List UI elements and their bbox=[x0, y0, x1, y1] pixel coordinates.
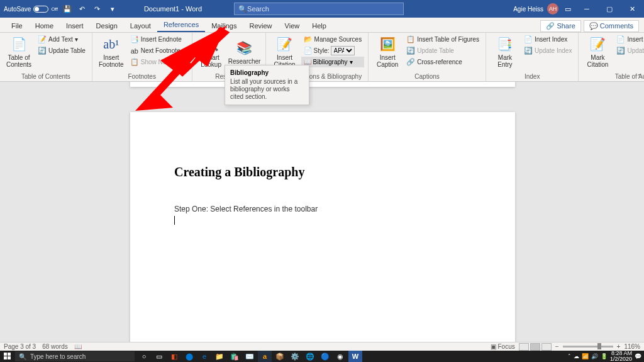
group-authorities: 📝 Mark Citation 📄Insert Table of Authori… bbox=[579, 33, 644, 81]
web-layout-button[interactable] bbox=[541, 343, 552, 351]
word-taskbar-icon[interactable]: W bbox=[348, 351, 362, 362]
chrome-icon[interactable]: 🌐 bbox=[303, 351, 317, 362]
add-text-button[interactable]: 📝Add Text ▾ bbox=[35, 34, 88, 45]
update-table-button[interactable]: 🔄Update Table bbox=[35, 45, 88, 56]
undo-icon[interactable]: ↶ bbox=[77, 3, 88, 14]
task-view-icon[interactable]: ▭ bbox=[152, 351, 166, 362]
style-dropdown[interactable]: APA bbox=[331, 46, 355, 55]
tray-clock[interactable]: 8:28 AM 1/2/2020 bbox=[610, 351, 632, 362]
autosave-toggle[interactable]: AutoSave Off bbox=[4, 6, 58, 13]
update-toa-button[interactable]: 🔄Update Table bbox=[614, 45, 644, 56]
footnote-icon: ab¹ bbox=[103, 35, 120, 53]
redo-icon[interactable]: ↷ bbox=[92, 3, 103, 14]
cross-reference-button[interactable]: 🔗Cross-reference bbox=[404, 57, 482, 67]
document-area[interactable]: Creating a Bibliography Step One: Select… bbox=[0, 82, 644, 342]
user-avatar[interactable]: AH bbox=[547, 3, 558, 14]
next-footnote-button[interactable]: abNext Footnote ▾ bbox=[128, 45, 188, 56]
close-button[interactable]: ✕ bbox=[623, 0, 641, 18]
cortana-icon[interactable]: ○ bbox=[137, 351, 151, 362]
word-count[interactable]: 68 words bbox=[42, 343, 68, 350]
focus-mode[interactable]: ▣ Focus bbox=[491, 343, 515, 350]
lookup-icon: 🔍 bbox=[203, 35, 220, 53]
edge-icon[interactable]: e bbox=[197, 351, 211, 362]
search-box[interactable]: 🔍 bbox=[234, 3, 404, 15]
app-icon-3[interactable]: 🔵 bbox=[318, 351, 332, 362]
search-input[interactable] bbox=[247, 5, 399, 13]
settings-icon[interactable]: ⚙️ bbox=[288, 351, 302, 362]
save-icon[interactable]: 💾 bbox=[62, 3, 73, 14]
tray-expand-icon[interactable]: ˄ bbox=[568, 353, 571, 359]
start-button[interactable] bbox=[0, 351, 15, 362]
taskbar-search[interactable]: 🔍 Type here to search bbox=[15, 351, 135, 361]
bibliography-tooltip: Bibliography List all your sources in a … bbox=[225, 65, 309, 105]
app-icon-2[interactable]: ⬤ bbox=[182, 351, 196, 362]
insert-caption-button[interactable]: 🖼️ Insert Caption bbox=[372, 34, 402, 69]
update-table-cap-button[interactable]: 🔄Update Table bbox=[404, 45, 482, 56]
researcher-icon: 📚 bbox=[236, 39, 253, 57]
mark-citation-button[interactable]: 📝 Mark Citation bbox=[582, 34, 613, 69]
volume-icon[interactable]: 🔊 bbox=[591, 353, 598, 359]
ribbon-collapse-button[interactable]: ⌃ bbox=[636, 73, 641, 80]
username-label[interactable]: Agie Heiss bbox=[513, 6, 543, 13]
tab-design[interactable]: Design bbox=[90, 20, 124, 32]
tab-layout[interactable]: Layout bbox=[124, 20, 157, 32]
insert-footnote-button[interactable]: ab¹ Insert Footnote bbox=[96, 34, 126, 69]
toggle-switch[interactable] bbox=[33, 6, 48, 13]
tab-references[interactable]: References bbox=[157, 18, 205, 32]
tab-insert[interactable]: Insert bbox=[60, 20, 90, 32]
insert-tof-button[interactable]: 📋Insert Table of Figures bbox=[404, 34, 482, 45]
app-icon-1[interactable]: ◧ bbox=[167, 351, 181, 362]
text-cursor bbox=[174, 216, 175, 225]
smart-lookup-button[interactable]: 🔍 Smart Lookup bbox=[196, 34, 226, 69]
maximize-button[interactable]: ▢ bbox=[600, 0, 619, 18]
notifications-icon[interactable]: 💬 bbox=[635, 353, 641, 359]
share-button[interactable]: 🔗 Share bbox=[540, 20, 580, 32]
wifi-icon[interactable]: 📶 bbox=[582, 353, 589, 359]
researcher-button[interactable]: 📚 Researcher bbox=[228, 34, 262, 69]
mark-entry-button[interactable]: 📑 Mark Entry bbox=[490, 34, 520, 69]
show-notes-button[interactable]: 📋Show Notes bbox=[128, 57, 188, 67]
print-layout-button[interactable] bbox=[530, 343, 540, 351]
app-icon-4[interactable]: ◉ bbox=[333, 351, 347, 362]
mail-icon[interactable]: ✉️ bbox=[243, 351, 257, 362]
ribbon-display-icon[interactable]: ▭ bbox=[562, 3, 574, 14]
insert-index-button[interactable]: 📄Insert Index bbox=[521, 34, 575, 45]
qat-dropdown-icon[interactable]: ▾ bbox=[107, 3, 118, 14]
insindex-icon: 📄 bbox=[524, 35, 533, 44]
update-index-button[interactable]: 🔄Update Index bbox=[521, 45, 575, 56]
style-selector[interactable]: 📄Style: APA bbox=[301, 45, 365, 56]
insert-citation-button[interactable]: 📝 Insert Citation bbox=[270, 34, 300, 69]
read-mode-button[interactable] bbox=[519, 343, 529, 351]
tab-view[interactable]: View bbox=[279, 20, 306, 32]
zoom-slider[interactable] bbox=[563, 346, 613, 348]
onedrive-icon[interactable]: ☁ bbox=[574, 353, 579, 359]
tab-review[interactable]: Review bbox=[243, 20, 279, 32]
amazon-icon[interactable]: a bbox=[258, 351, 272, 362]
battery-icon[interactable]: 🔋 bbox=[601, 353, 608, 359]
dropbox-icon[interactable]: 📦 bbox=[273, 351, 287, 362]
tab-mailings[interactable]: Mailings bbox=[205, 20, 243, 32]
comments-button[interactable]: 💬 Comments bbox=[584, 20, 639, 32]
toa-icon: 📄 bbox=[616, 35, 625, 44]
toc-icon: 📄 bbox=[10, 35, 28, 53]
bibliography-button[interactable]: 📖Bibliography ▾ bbox=[301, 57, 365, 67]
group-toc: 📄 Table of Contents 📝Add Text ▾ 🔄Update … bbox=[0, 33, 92, 81]
insert-toa-button[interactable]: 📄Insert Table of Authorities bbox=[614, 34, 644, 45]
minimize-button[interactable]: ─ bbox=[577, 0, 596, 18]
manage-sources-button[interactable]: 📂Manage Sources bbox=[301, 34, 365, 45]
table-of-contents-button[interactable]: 📄 Table of Contents bbox=[4, 34, 34, 69]
svg-rect-5 bbox=[4, 353, 7, 356]
document-page[interactable]: Creating a Bibliography Step One: Select… bbox=[130, 112, 515, 342]
explorer-icon[interactable]: 📁 bbox=[213, 351, 226, 362]
spell-check-icon[interactable]: 📖 bbox=[74, 343, 82, 350]
zoom-out-button[interactable]: − bbox=[555, 343, 559, 350]
store-icon[interactable]: 🛍️ bbox=[228, 351, 242, 362]
previous-page-edge bbox=[130, 82, 515, 87]
page-info[interactable]: Page 3 of 3 bbox=[4, 343, 36, 350]
tab-home[interactable]: Home bbox=[29, 20, 60, 32]
zoom-level[interactable]: 116% bbox=[624, 343, 640, 350]
insert-endnote-button[interactable]: 📑Insert Endnote bbox=[128, 34, 188, 45]
tab-help[interactable]: Help bbox=[306, 20, 333, 32]
zoom-in-button[interactable]: + bbox=[617, 343, 621, 350]
tab-file[interactable]: File bbox=[5, 20, 29, 32]
